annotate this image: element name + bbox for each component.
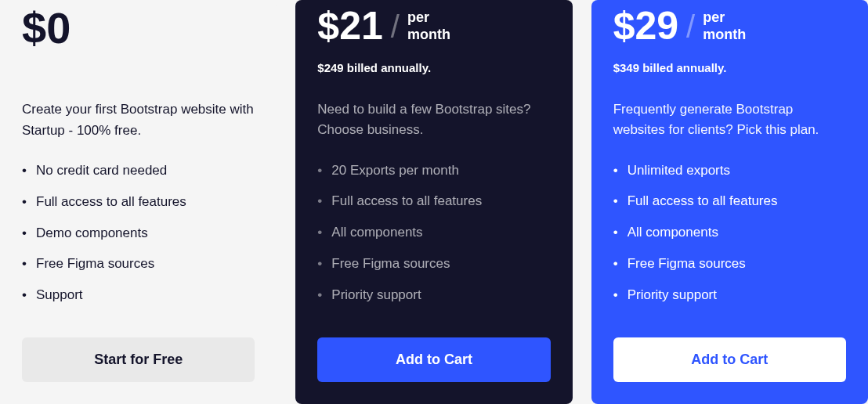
start-free-button[interactable]: Start for Free [22,337,255,382]
billing-note: $349 billed annually. [613,61,846,74]
feature-item: Free Figma sources [613,254,846,273]
feature-item: No credit card needed [22,161,255,180]
price-period: per month [407,9,450,43]
plan-description: Create your first Bootstrap website with… [22,99,255,141]
price-amount: $0 [22,6,71,50]
feature-item: All components [613,223,846,242]
pricing-card-free: $0 Create your first Bootstrap website w… [0,0,277,404]
price-amount: $29 [613,6,678,45]
features-list: Unlimited exports Full access to all fea… [613,161,846,317]
feature-item: Free Figma sources [317,254,550,273]
feature-item: All components [317,223,550,242]
billing-note: $249 billed annually. [317,61,550,74]
feature-item: Support [22,286,255,305]
period-line2: month [407,27,450,42]
plan-description: Need to build a few Bootstrap sites? Cho… [317,99,550,141]
add-to-cart-button[interactable]: Add to Cart [317,337,550,382]
feature-item: Priority support [613,286,846,305]
feature-item: Demo components [22,224,255,243]
billing-spacer [22,66,255,99]
price-slash-icon: / [391,11,400,42]
add-to-cart-button[interactable]: Add to Cart [613,337,846,382]
pricing-container: $0 Create your first Bootstrap website w… [0,0,868,404]
period-line2: month [703,27,746,42]
feature-item: Free Figma sources [22,254,255,273]
feature-item: Unlimited exports [613,161,846,180]
feature-item: Priority support [317,286,550,305]
feature-item: Full access to all features [22,193,255,211]
features-list: 20 Exports per month Full access to all … [317,161,550,317]
period-line1: per [703,9,725,25]
price-row: $29 / per month [613,6,846,45]
plan-description: Frequently generate Bootstrap websites f… [613,99,846,141]
price-row: $21 / per month [317,6,550,45]
price-amount: $21 [317,6,382,45]
price-slash-icon: / [686,11,695,42]
feature-item: Full access to all features [317,192,550,211]
pricing-card-business: $21 / per month $249 billed annually. Ne… [295,0,572,404]
price-row: $0 [22,6,255,50]
feature-item: Full access to all features [613,192,846,211]
price-period: per month [703,9,746,43]
period-line1: per [407,9,429,25]
features-list: No credit card needed Full access to all… [22,161,255,317]
pricing-card-agency: $29 / per month $349 billed annually. Fr… [591,0,868,404]
feature-item: 20 Exports per month [317,161,550,180]
